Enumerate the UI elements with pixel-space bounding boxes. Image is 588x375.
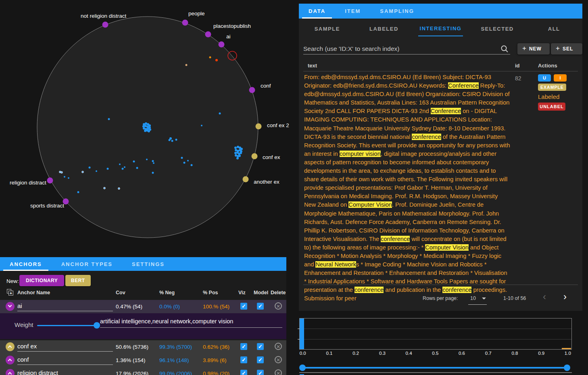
anchor-dot-conf[interactable] [249, 87, 255, 93]
tab-item[interactable]: ITEM [335, 4, 370, 19]
example-button[interactable]: EXAMPLE [538, 84, 566, 91]
model-checkbox[interactable]: ✓ [257, 356, 264, 363]
viz-checkbox[interactable]: ✓ [240, 343, 247, 350]
anchor-row-conf-ex[interactable]: conf ex 50.6% (5736) 99.3% (5700) 0.62% … [0, 340, 286, 354]
subtab-selected[interactable]: SELECTED [469, 23, 526, 36]
data-point[interactable] [104, 187, 105, 189]
data-point[interactable] [144, 130, 146, 132]
select-button[interactable]: + SEL [551, 43, 582, 54]
anchor-dot-not-religion-distract[interactable] [102, 22, 108, 28]
data-point[interactable] [187, 160, 189, 161]
data-point[interactable] [118, 188, 120, 189]
anchor-name-input[interactable]: religion distract [17, 369, 113, 375]
model-checkbox[interactable]: ✓ [257, 343, 264, 350]
data-point[interactable] [122, 168, 124, 170]
data-point[interactable] [169, 139, 171, 141]
new-dictionary-anchor-button[interactable]: DICTIONARY [19, 275, 64, 286]
data-point[interactable] [142, 125, 145, 128]
data-point[interactable] [234, 147, 237, 149]
new-bert-anchor-button[interactable]: BERT [65, 275, 91, 286]
keywords-input[interactable]: artificial intelligence,neural network,c… [100, 318, 282, 328]
viz-checkbox[interactable]: ✓ [240, 370, 247, 375]
model-checkbox[interactable]: ✓ [257, 303, 264, 310]
data-point[interactable] [107, 168, 109, 170]
data-point[interactable] [136, 167, 138, 169]
data-point[interactable] [68, 177, 69, 179]
weight-slider-track[interactable] [37, 325, 98, 326]
data-point[interactable] [215, 59, 218, 61]
data-point[interactable] [61, 172, 63, 173]
duplicate-anchor-icon[interactable]: + [7, 289, 14, 296]
anchor-name-input[interactable]: ai [17, 302, 113, 311]
viz-checkbox[interactable]: ✓ [240, 356, 247, 363]
tab-settings[interactable]: SETTINGS [122, 257, 174, 271]
previous-page-button[interactable]: ‹ [543, 291, 546, 302]
data-point[interactable] [171, 140, 173, 142]
anchor-dot-ai[interactable] [219, 42, 225, 48]
tab-anchors[interactable]: ANCHORS [0, 257, 52, 271]
anchor-name-input[interactable]: conf ex [17, 343, 113, 352]
range-slider-handle-max[interactable] [564, 365, 570, 371]
collapse-anchor-button[interactable] [6, 302, 15, 311]
expand-anchor-button[interactable] [6, 356, 15, 365]
anchor-row-ai[interactable]: ai 0.47% (54) 0.0% (0) 100.% (54) ✓ ✓ ✕ [0, 300, 286, 313]
data-point[interactable] [146, 159, 148, 160]
data-point[interactable] [209, 57, 211, 59]
tab-data[interactable]: DATA [299, 4, 335, 19]
anchor-dot-conf-ex-2[interactable] [256, 124, 262, 130]
data-point[interactable] [89, 167, 91, 169]
data-point[interactable] [152, 160, 154, 162]
anchor-dot-another-ex[interactable] [243, 176, 249, 182]
search-icon[interactable] [500, 45, 509, 53]
delete-anchor-button[interactable]: ✕ [275, 369, 282, 375]
anchor-row-religion-distract[interactable]: religion distract 17.9% (2026) 99.0% (20… [0, 367, 286, 375]
rows-per-page-select[interactable]: 10 [468, 295, 487, 305]
model-checkbox[interactable]: ✓ [257, 370, 264, 375]
document-text-cell[interactable]: From: edb@dmssyd.syd.dms.CSIRO.AU (Ed Br… [304, 73, 511, 303]
expand-anchor-button[interactable] [6, 342, 15, 351]
data-point[interactable] [108, 118, 110, 120]
data-point[interactable] [191, 164, 193, 166]
subtab-all[interactable]: ALL [525, 23, 582, 36]
viz-checkbox[interactable]: ✓ [240, 303, 247, 310]
delete-anchor-button[interactable]: ✕ [275, 302, 282, 310]
subtab-sample[interactable]: SAMPLE [299, 23, 356, 36]
data-point[interactable] [152, 172, 154, 174]
data-point[interactable] [240, 152, 242, 154]
data-table-row[interactable]: From: edb@dmssyd.syd.dms.CSIRO.AU (Ed Br… [303, 72, 578, 285]
data-point[interactable] [183, 162, 186, 164]
next-page-button[interactable]: › [563, 291, 567, 302]
tab-sampling[interactable]: SAMPLING [370, 4, 424, 19]
data-point[interactable] [219, 113, 221, 115]
weight-slider-handle[interactable] [94, 322, 100, 329]
range-slider-track[interactable] [302, 367, 568, 369]
data-point[interactable] [186, 64, 188, 66]
anchor-dot-conf-ex[interactable] [252, 153, 258, 159]
data-point[interactable] [234, 152, 237, 154]
tab-anchor-types[interactable]: ANCHOR TYPES [52, 257, 122, 271]
data-point[interactable] [124, 166, 125, 168]
data-point[interactable] [119, 163, 121, 165]
anchor-dot-people[interactable] [182, 20, 188, 26]
unlabel-button[interactable]: UNLABEL [538, 103, 565, 111]
anchor-row-conf[interactable]: conf 1.36% (154) 96.1% (148) 3.89% (6) ✓… [0, 354, 286, 367]
new-item-button[interactable]: + NEW [517, 43, 550, 54]
data-point[interactable] [77, 191, 79, 193]
data-point[interactable] [64, 176, 65, 178]
subtab-labeled[interactable]: LABELED [356, 23, 413, 36]
anchor-dot-religion-distract[interactable] [47, 178, 53, 184]
interesting-button[interactable]: I [554, 74, 567, 82]
anchor-name-input[interactable]: conf [17, 356, 113, 365]
delete-anchor-button[interactable]: ✕ [275, 356, 282, 363]
data-point[interactable] [201, 125, 202, 126]
data-point[interactable] [238, 155, 241, 157]
data-point[interactable] [175, 139, 177, 141]
data-point[interactable] [148, 130, 150, 132]
search-input[interactable] [303, 43, 510, 54]
subtab-interesting[interactable]: INTERESTING [412, 23, 469, 36]
expand-anchor-button[interactable] [6, 369, 15, 375]
data-point[interactable] [181, 157, 183, 159]
data-point[interactable] [153, 162, 154, 164]
data-point[interactable] [82, 171, 83, 173]
anchor-dot-placestopublish[interactable] [205, 31, 211, 38]
